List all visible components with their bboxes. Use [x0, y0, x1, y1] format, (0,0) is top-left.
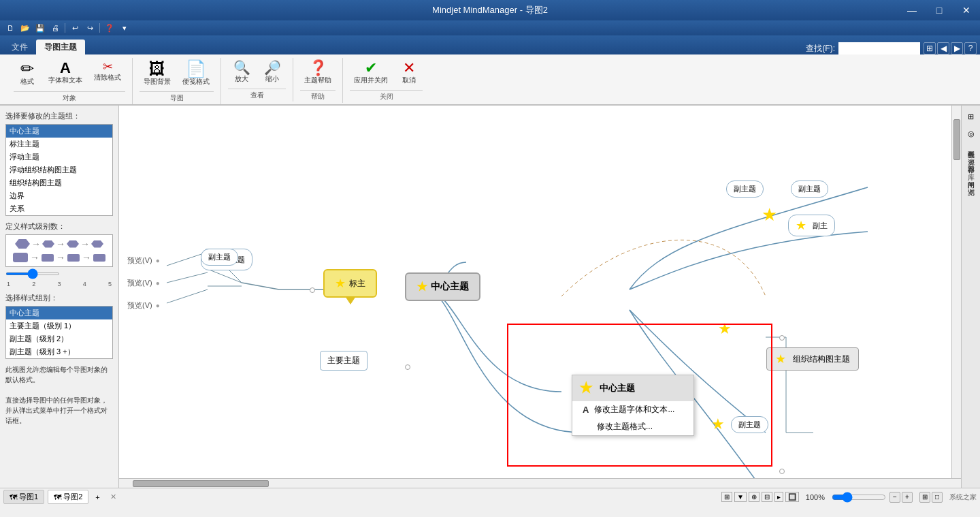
menu-item-font[interactable]: A 修改主题字体和文本...: [572, 401, 693, 418]
level-slider[interactable]: [5, 272, 60, 275]
new-tab-btn[interactable]: +: [92, 492, 103, 503]
clear-format-button[interactable]: ✂ 清除格式: [90, 58, 125, 89]
canvas-area[interactable]: 预览(V) ● 预览(V) ● 预览(V) ● 副主题 ★副主题 副主题 ★标主: [119, 106, 961, 488]
help-icon[interactable]: ?: [964, 42, 977, 54]
search-input[interactable]: [838, 42, 920, 54]
theme-help-icon: ❓: [309, 61, 327, 76]
status-icon-2[interactable]: ▼: [734, 492, 747, 502]
qa-undo[interactable]: ↩: [68, 22, 82, 34]
preview-row-2: 预览(V) ●: [127, 278, 160, 288]
right-label-resource[interactable]: 资源: [966, 151, 977, 156]
sample-level2[interactable]: 副主题（级别 2）: [6, 332, 112, 345]
qa-print[interactable]: 🖨: [48, 22, 62, 34]
info-text: 此视图允许您编辑每个导图对象的默认格式。直接选择导图中的任何导图对象，并从弹出式…: [5, 364, 113, 426]
help-buttons: ❓ 主题帮助: [300, 58, 336, 88]
upper-right-node-2[interactable]: ★副主: [788, 215, 835, 236]
theme-group-label: 选择要修改的主题组：: [5, 111, 113, 121]
zoom-decrease[interactable]: −: [889, 492, 900, 503]
tab-map-theme[interactable]: 导图主题: [36, 40, 85, 54]
lower-sub-label[interactable]: 副主题: [731, 416, 768, 433]
quick-access-toolbar: 🗋 📂 💾 🖨 ↩ ↪ ❓ ▾: [0, 20, 980, 35]
list-item-border[interactable]: 边界: [6, 189, 112, 202]
font-text-button[interactable]: A 字体和文本: [44, 58, 86, 89]
app-title: Mindjet MindManager - 导图2: [432, 4, 548, 16]
status-icon-4[interactable]: ⊟: [762, 492, 772, 502]
qa-dropdown[interactable]: ▾: [118, 22, 131, 34]
right-label-save[interactable]: 导图存存: [966, 158, 977, 163]
horizontal-scrollbar[interactable]: [119, 478, 961, 488]
upper-right-node-1[interactable]: 副主题: [726, 181, 764, 198]
horizontal-scroll-thumb[interactable]: [133, 480, 269, 487]
sample-level3[interactable]: 副主题（级别 3 +）: [6, 345, 112, 358]
level-slider-container: [5, 272, 113, 275]
apply-close-button[interactable]: ✔ 应用并关闭: [350, 58, 392, 88]
star-org: ★: [775, 351, 786, 366]
status-icon-1[interactable]: ⊞: [721, 492, 732, 502]
list-item-center-theme[interactable]: 中心主题: [6, 125, 112, 138]
main-topic-node[interactable]: 主要主题: [320, 351, 368, 371]
qa-help[interactable]: ❓: [103, 22, 116, 34]
right-btn-2[interactable]: ◎: [964, 126, 979, 141]
list-item-org[interactable]: 组织结构图主题: [6, 176, 112, 189]
rect-shape-3: [67, 254, 80, 262]
status-icon-3[interactable]: ⊕: [749, 492, 760, 502]
note-format-button[interactable]: 📄 便笺格式: [178, 58, 214, 89]
ribbon-group-view: 🔍 放大 🔎 缩小 查看: [221, 58, 293, 101]
zoom-out-button[interactable]: 🔎 缩小: [259, 58, 286, 87]
theme-help-button[interactable]: ❓ 主题帮助: [300, 58, 336, 88]
center-node[interactable]: ★中心主题: [405, 272, 480, 301]
right-btn-1[interactable]: ⊞: [964, 109, 979, 124]
right-label-task[interactable]: 任务线圈: [966, 143, 977, 148]
format-button[interactable]: ✏ 格式: [14, 58, 41, 89]
zoom-in-button[interactable]: 🔍 放大: [228, 58, 255, 87]
nav-back-icon[interactable]: ◀: [937, 42, 949, 54]
tab-map1[interactable]: 🗺 导图1: [3, 490, 44, 504]
menu-item-format[interactable]: 修改主题格式...: [572, 418, 693, 435]
view-btn-2[interactable]: □: [932, 492, 943, 503]
zoom-slider[interactable]: [832, 492, 886, 503]
org-node[interactable]: ★组织结构图主题: [766, 347, 859, 371]
statusbar: 🗺 导图1 🗺 导图2 + ✕ ⊞ ▼ ⊕ ⊟ ▸ 🔲 100% − + ⊞ □…: [0, 488, 980, 505]
context-menu-header: ★ 中心主题: [572, 375, 693, 401]
sample-center[interactable]: 中心主题: [6, 307, 112, 319]
qa-save[interactable]: 💾: [33, 22, 47, 34]
sample-group-list[interactable]: 中心主题 主要主题（级别 1） 副主题（级别 2） 副主题（级别 3 +）: [5, 306, 113, 359]
tab-file[interactable]: 文件: [3, 40, 36, 54]
qa-new[interactable]: 🗋: [3, 22, 17, 34]
statusbar-right: ⊞ ▼ ⊕ ⊟ ▸ 🔲 100% − + ⊞ □ 系统之家: [721, 492, 977, 503]
close-button[interactable]: ✕: [953, 0, 980, 20]
map-bg-button[interactable]: 🖼 导图背景: [140, 58, 175, 89]
list-item-relation[interactable]: 关系: [6, 202, 112, 215]
cancel-button[interactable]: ✕ 取消: [395, 58, 423, 88]
nav-forward-icon[interactable]: ▶: [951, 42, 963, 54]
vertical-scrollbar[interactable]: [951, 106, 961, 478]
right-label-browse[interactable]: 浏览: [966, 181, 977, 186]
upper-right-node-label: 副主题: [791, 181, 828, 198]
status-icon-6[interactable]: 🔲: [785, 492, 799, 502]
tab-map2[interactable]: 🗺 导图2: [48, 490, 88, 504]
list-item-float[interactable]: 浮动主题: [6, 151, 112, 163]
view-btn-1[interactable]: ⊞: [919, 492, 930, 503]
sub-node-left-3[interactable]: 副主题: [201, 249, 238, 266]
theme-group-list[interactable]: 中心主题 标注主题 浮动主题 浮动组织结构图主题 组织结构图主题 边界 关系: [5, 124, 113, 216]
maximize-button[interactable]: □: [926, 0, 953, 20]
svg-line-2: [208, 269, 242, 283]
vertical-scroll-thumb[interactable]: [953, 119, 960, 160]
close-tab-btn[interactable]: ✕: [107, 491, 120, 503]
lower-sub-star-node[interactable]: ★ 副主题: [711, 416, 768, 433]
right-label-lib[interactable]: 库: [966, 166, 977, 171]
right-label-gate[interactable]: 闸闸闸: [966, 173, 977, 178]
list-item-annotation[interactable]: 标注主题: [6, 138, 112, 151]
qa-open[interactable]: 📂: [18, 22, 32, 34]
qa-redo[interactable]: ↪: [83, 22, 97, 34]
sample-level1[interactable]: 主要主题（级别 1）: [6, 319, 112, 332]
status-icon-5[interactable]: ▸: [774, 492, 783, 502]
minimize-button[interactable]: —: [898, 0, 926, 20]
grid-view-icon[interactable]: ⊞: [924, 42, 936, 54]
zoom-increase[interactable]: +: [902, 492, 913, 503]
zoom-in-label: 放大: [235, 74, 248, 84]
hex-shape-3: [67, 240, 79, 248]
star-lower-1: ★: [711, 416, 725, 433]
list-item-float-org[interactable]: 浮动组织结构图主题: [6, 163, 112, 176]
title-node[interactable]: ★标主: [323, 269, 377, 298]
